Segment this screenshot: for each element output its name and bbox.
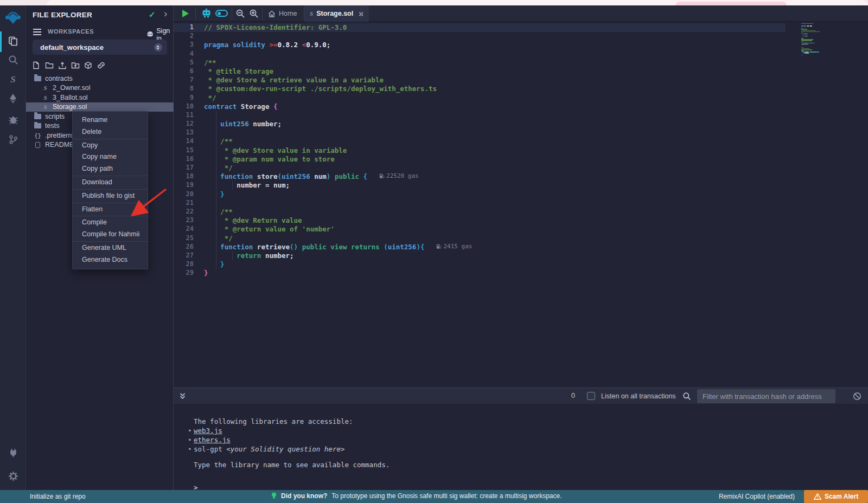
tree-item-3-ballot-sol[interactable]: S3_Ballot.sol xyxy=(26,93,174,102)
workspace-sort-icon[interactable] xyxy=(154,43,162,51)
chevron-right-icon[interactable]: › xyxy=(164,8,167,20)
line-number: 17 xyxy=(174,164,204,172)
search-icon[interactable] xyxy=(0,50,26,69)
code-line: 9 */ xyxy=(174,94,786,102)
code-line: 2 xyxy=(174,32,786,41)
listen-transactions-checkbox[interactable] xyxy=(587,392,595,400)
file-explorer-icon[interactable] xyxy=(0,31,26,51)
deploy-and-run-icon[interactable] xyxy=(0,89,26,108)
lightbulb-icon xyxy=(271,492,277,500)
menu-item-rename[interactable]: Rename xyxy=(73,114,148,126)
tree-item-2-owner-sol[interactable]: S2_Owner.sol xyxy=(26,83,174,93)
line-number: 23 xyxy=(174,216,204,225)
terminal-link[interactable]: web3.js xyxy=(194,427,222,435)
git-init-button[interactable]: Initialize as git repo xyxy=(30,493,86,500)
menu-item-generate-docs[interactable]: Generate Docs xyxy=(73,254,148,266)
menu-item-compile-for-nahmii[interactable]: Compile for Nahmii xyxy=(73,229,148,241)
new-folder-icon[interactable] xyxy=(44,61,54,70)
line-number: 25 xyxy=(174,234,204,243)
tab-storage-sol[interactable]: S Storage.sol × xyxy=(304,5,369,22)
tree-item-label: 2_Owner.sol xyxy=(53,84,90,92)
scam-alert-button[interactable]: Scam Alert xyxy=(804,490,868,503)
upload-file-icon[interactable] xyxy=(58,61,67,70)
solidity-file-icon: S xyxy=(41,104,49,110)
line-number: 15 xyxy=(174,146,204,155)
code-line: 12 uint256 number; xyxy=(174,120,786,128)
warning-icon xyxy=(814,493,821,500)
line-number: 11 xyxy=(174,111,204,120)
import-from-url-icon[interactable] xyxy=(97,61,106,70)
solidity-compiler-icon[interactable]: S xyxy=(0,70,26,89)
import-from-ipfs-icon[interactable] xyxy=(84,61,93,70)
menu-item-delete[interactable]: Delete xyxy=(73,126,148,138)
code-line: 11 xyxy=(174,111,786,120)
tree-item-contracts[interactable]: contracts xyxy=(26,74,174,83)
minimap[interactable] xyxy=(801,23,862,56)
workspaces-row: WORKSPACES Sign in xyxy=(26,26,174,38)
code-line: 6 * @title Storage xyxy=(174,67,786,76)
code-line: 14 /** xyxy=(174,137,786,146)
menu-item-copy[interactable]: Copy xyxy=(73,140,148,152)
ai-copilot-robot-icon[interactable] xyxy=(201,8,212,21)
tab-home[interactable]: Home xyxy=(263,5,302,22)
menu-item-copy-name[interactable]: Copy name xyxy=(73,151,148,163)
copilot-toggle[interactable] xyxy=(215,10,228,17)
menu-item-copy-path[interactable]: Copy path xyxy=(73,163,148,175)
gas-estimate: 22520 gas xyxy=(379,172,419,179)
tree-item-label: 3_Ballot.sol xyxy=(53,94,88,101)
code-line: 15 * @dev Store value in variable xyxy=(174,146,786,155)
upload-folder-icon[interactable] xyxy=(71,61,80,70)
line-number: 6 xyxy=(174,67,204,76)
terminal-output[interactable]: The following libraries are accessible:w… xyxy=(174,404,868,490)
zoom-out-icon[interactable] xyxy=(235,9,245,21)
terminal-line: ethers.js xyxy=(194,435,868,444)
code-line: 16 * @param num value to store xyxy=(174,155,786,164)
workspace-select[interactable]: default_workspace xyxy=(33,40,167,55)
line-number: 3 xyxy=(174,41,204,49)
transaction-count-badge: 0 xyxy=(571,392,575,399)
debugger-icon[interactable] xyxy=(0,109,26,129)
terminal-lines: The following libraries are accessible:w… xyxy=(194,417,868,469)
main-area: Home S Storage.sol × 1// SPDX-License-Id… xyxy=(174,5,868,490)
hamburger-menu-icon[interactable] xyxy=(33,29,41,30)
panel-title: FILE EXPLORER xyxy=(33,11,92,19)
git-icon[interactable] xyxy=(0,130,26,149)
terminal-link[interactable]: ethers.js xyxy=(194,436,231,444)
line-number: 10 xyxy=(174,102,204,111)
plugin-manager-icon[interactable] xyxy=(0,443,26,462)
code-line: 4 xyxy=(174,50,786,59)
copilot-status[interactable]: RemixAI Copilot (enabled) xyxy=(719,493,795,500)
code-editor[interactable]: 1// SPDX-License-Identifier: GPL-3.023pr… xyxy=(174,22,868,388)
terminal-collapse-icon[interactable] xyxy=(179,392,186,402)
line-number: 22 xyxy=(174,208,204,216)
code-line: 5/** xyxy=(174,59,786,67)
icon-rail: S xyxy=(0,5,26,490)
settings-gear-icon[interactable] xyxy=(0,466,26,486)
folder-icon xyxy=(34,114,42,119)
menu-item-generate-uml[interactable]: Generate UML xyxy=(73,242,148,254)
workspace-selected-value: default_workspace xyxy=(40,43,104,51)
remix-logo-icon[interactable] xyxy=(0,8,26,28)
annotation-arrow xyxy=(124,182,174,221)
workspaces-label: WORKSPACES xyxy=(48,28,94,35)
terminal-line: sol-gpt <your Solidity question here> xyxy=(194,444,868,454)
browser-pink-pill xyxy=(675,2,787,5)
gas-estimate: 2415 gas xyxy=(436,243,472,250)
code-line: 13 xyxy=(174,128,786,137)
zoom-in-icon[interactable] xyxy=(249,9,259,21)
terminal-line: Type the library name to see available c… xyxy=(194,460,868,469)
clear-console-icon[interactable] xyxy=(853,392,861,403)
terminal-search-icon[interactable] xyxy=(682,392,691,403)
new-file-icon[interactable] xyxy=(31,61,41,70)
line-number: 19 xyxy=(174,181,204,190)
code-line: 28 } xyxy=(174,260,786,269)
code-line: 23 * @dev Return value xyxy=(174,216,786,225)
transaction-filter-input[interactable] xyxy=(697,389,835,403)
code-line: 1// SPDX-License-Identifier: GPL-3.0 xyxy=(174,23,786,32)
tree-item-storage-sol[interactable]: SStorage.sol xyxy=(26,102,174,112)
code-line: 24 * @return value of 'number' xyxy=(174,225,786,234)
line-number: 5 xyxy=(174,59,204,67)
line-number: 12 xyxy=(174,120,204,128)
terminal-line: The following libraries are accessible: xyxy=(194,417,868,426)
run-script-play-icon[interactable] xyxy=(182,10,189,17)
